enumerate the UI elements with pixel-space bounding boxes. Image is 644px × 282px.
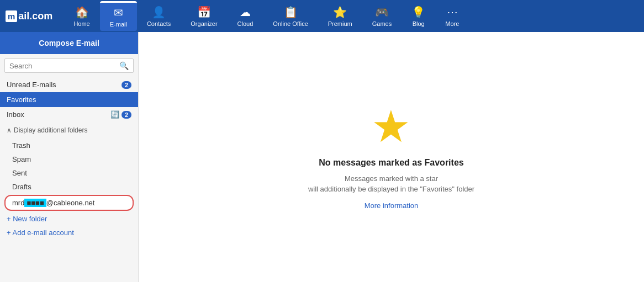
main-layout: Compose E-mail 🔍 Unread E-mails 2 Favori… bbox=[0, 32, 644, 282]
nav-item-games[interactable]: 🎮Games bbox=[362, 2, 402, 30]
nav-item-home[interactable]: 🏠Home bbox=[64, 2, 99, 30]
games-label: Games bbox=[372, 20, 392, 27]
nav-item-email[interactable]: ✉E-mail bbox=[100, 1, 137, 31]
nav-items: 🏠Home✉E-mail👤Contacts📅Organizer☁Cloud📋On… bbox=[64, 1, 638, 31]
add-account-link[interactable]: + Add e-mail account bbox=[0, 226, 138, 240]
organizer-icon: 📅 bbox=[197, 6, 211, 19]
more-icon: ⋯ bbox=[447, 6, 458, 19]
favorites-label: Favorites bbox=[7, 95, 36, 104]
inbox-badge: 2 bbox=[122, 111, 131, 119]
more-info-link[interactable]: More information bbox=[365, 201, 419, 210]
sidebar-item-unread[interactable]: Unread E-mails 2 bbox=[0, 77, 138, 92]
online-office-icon: 📋 bbox=[284, 6, 298, 19]
top-nav: mail.com 🏠Home✉E-mail👤Contacts📅Organizer… bbox=[0, 0, 644, 32]
nav-item-contacts[interactable]: 👤Contacts bbox=[137, 2, 181, 30]
display-folders-toggle[interactable]: ∧ Display additional folders bbox=[0, 122, 138, 139]
empty-title: No messages marked as Favorites bbox=[308, 158, 474, 168]
unread-badge: 2 bbox=[122, 81, 131, 89]
empty-desc-line2: will additionally be displayed in the "F… bbox=[308, 185, 474, 193]
sub-folders: TrashSpamSentDrafts bbox=[0, 139, 138, 194]
search-input[interactable] bbox=[9, 62, 119, 70]
new-folder-link[interactable]: + New folder bbox=[0, 212, 138, 226]
games-icon: 🎮 bbox=[375, 6, 389, 19]
contacts-label: Contacts bbox=[147, 20, 171, 27]
home-label: Home bbox=[73, 20, 89, 27]
home-icon: 🏠 bbox=[75, 6, 89, 19]
blog-label: Blog bbox=[413, 20, 425, 27]
empty-description: Messages marked with a star will additio… bbox=[308, 173, 474, 195]
cloud-label: Cloud bbox=[237, 20, 254, 27]
contacts-icon: 👤 bbox=[152, 6, 166, 19]
sidebar-item-trash[interactable]: Trash bbox=[0, 139, 138, 152]
nav-item-premium[interactable]: ⭐Premium bbox=[318, 2, 362, 30]
email-account-label: mrd■■■■@cableone.net bbox=[12, 199, 94, 207]
sidebar-item-spam[interactable]: Spam bbox=[0, 152, 138, 166]
email-icon: ✉ bbox=[114, 6, 123, 19]
logo[interactable]: mail.com bbox=[6, 10, 52, 22]
display-folders-label: Display additional folders bbox=[14, 126, 87, 134]
unread-label: Unread E-mails bbox=[7, 81, 56, 89]
compose-button[interactable]: Compose E-mail bbox=[0, 32, 138, 54]
logo-text: ail.com bbox=[18, 10, 52, 22]
email-label: E-mail bbox=[110, 21, 127, 28]
inbox-label: Inbox bbox=[7, 110, 24, 119]
nav-item-cloud[interactable]: ☁Cloud bbox=[228, 2, 263, 30]
empty-state: ★ No messages marked as Favorites Messag… bbox=[308, 105, 474, 210]
sidebar: Compose E-mail 🔍 Unread E-mails 2 Favori… bbox=[0, 32, 139, 282]
search-icon[interactable]: 🔍 bbox=[119, 61, 129, 70]
sidebar-item-favorites[interactable]: Favorites bbox=[0, 92, 138, 107]
nav-item-more[interactable]: ⋯More bbox=[435, 2, 469, 30]
sidebar-item-sent[interactable]: Sent bbox=[0, 166, 138, 180]
sidebar-item-drafts[interactable]: Drafts bbox=[0, 180, 138, 194]
nav-item-blog[interactable]: 💡Blog bbox=[402, 2, 435, 30]
empty-desc-line1: Messages marked with a star bbox=[345, 174, 438, 183]
organizer-label: Organizer bbox=[191, 20, 217, 27]
cloud-icon: ☁ bbox=[240, 6, 251, 19]
more-label: More bbox=[445, 20, 459, 27]
sidebar-item-inbox[interactable]: Inbox 🔄 2 bbox=[0, 107, 138, 122]
online-office-label: Online Office bbox=[273, 20, 308, 27]
logo-box: m bbox=[6, 10, 17, 22]
refresh-icon[interactable]: 🔄 bbox=[110, 110, 119, 119]
chevron-icon: ∧ bbox=[7, 126, 12, 134]
search-bar: 🔍 bbox=[4, 58, 134, 73]
nav-item-online-office[interactable]: 📋Online Office bbox=[263, 2, 318, 30]
blog-icon: 💡 bbox=[411, 6, 425, 19]
premium-icon: ⭐ bbox=[333, 6, 347, 19]
email-account-item[interactable]: mrd■■■■@cableone.net bbox=[4, 195, 134, 211]
star-icon: ★ bbox=[308, 105, 474, 149]
premium-label: Premium bbox=[328, 20, 352, 27]
nav-item-organizer[interactable]: 📅Organizer bbox=[181, 2, 227, 30]
main-content: ★ No messages marked as Favorites Messag… bbox=[139, 32, 644, 282]
